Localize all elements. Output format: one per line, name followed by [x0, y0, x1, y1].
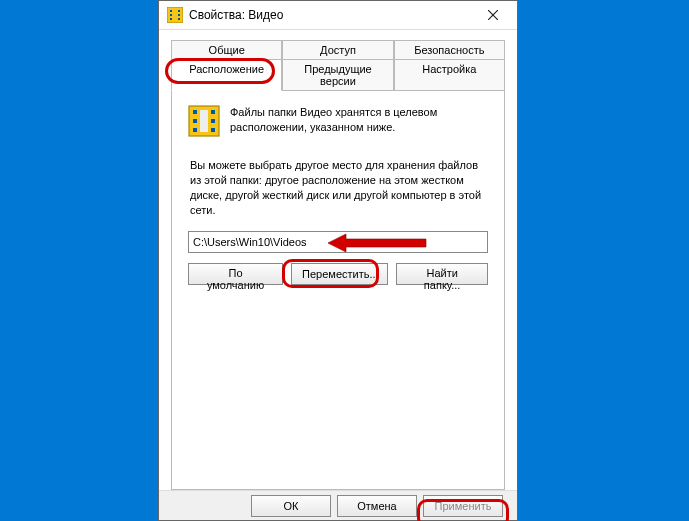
- close-button[interactable]: [471, 1, 515, 29]
- svg-rect-15: [211, 128, 215, 132]
- path-input[interactable]: [188, 231, 488, 253]
- instruction-text: Вы можете выбрать другое место для хране…: [188, 158, 488, 217]
- svg-rect-4: [178, 10, 180, 12]
- svg-rect-10: [193, 110, 197, 114]
- folder-video-icon: [188, 105, 220, 140]
- svg-rect-2: [170, 14, 172, 16]
- svg-rect-16: [200, 110, 208, 132]
- tab-strip: Общие Доступ Безопасность Расположение П…: [171, 40, 505, 90]
- tab-general[interactable]: Общие: [171, 40, 282, 60]
- titlebar[interactable]: Свойства: Видео: [159, 1, 517, 30]
- description-text: Файлы папки Видео хранятся в целевом рас…: [230, 105, 488, 140]
- tab-sharing[interactable]: Доступ: [282, 40, 393, 60]
- client-area: Общие Доступ Безопасность Расположение П…: [159, 30, 517, 490]
- svg-rect-14: [211, 119, 215, 123]
- find-folder-button[interactable]: Найти папку...: [396, 263, 488, 285]
- window-title: Свойства: Видео: [189, 8, 471, 22]
- svg-rect-3: [170, 18, 172, 20]
- svg-rect-1: [170, 10, 172, 12]
- properties-dialog: Свойства: Видео Общие Доступ Безопасност…: [158, 0, 518, 521]
- restore-default-button[interactable]: По умолчанию: [188, 263, 283, 285]
- tab-security[interactable]: Безопасность: [394, 40, 505, 60]
- svg-rect-0: [167, 7, 183, 23]
- tab-customize[interactable]: Настройка: [394, 59, 505, 91]
- tab-previous-versions[interactable]: Предыдущие версии: [282, 59, 393, 91]
- tab-page-location: Файлы папки Видео хранятся в целевом рас…: [171, 90, 505, 490]
- footer: ОК Отмена Применить: [159, 490, 517, 520]
- svg-rect-6: [178, 18, 180, 20]
- move-button[interactable]: Переместить...: [291, 263, 388, 285]
- apply-button[interactable]: Применить: [423, 495, 503, 517]
- close-icon: [488, 10, 498, 20]
- tab-location[interactable]: Расположение: [171, 59, 282, 91]
- svg-rect-5: [178, 14, 180, 16]
- svg-rect-11: [193, 119, 197, 123]
- svg-rect-13: [211, 110, 215, 114]
- svg-rect-12: [193, 128, 197, 132]
- cancel-button[interactable]: Отмена: [337, 495, 417, 517]
- button-row: По умолчанию Переместить... Найти папку.…: [188, 263, 488, 285]
- ok-button[interactable]: ОК: [251, 495, 331, 517]
- app-icon: [167, 7, 183, 23]
